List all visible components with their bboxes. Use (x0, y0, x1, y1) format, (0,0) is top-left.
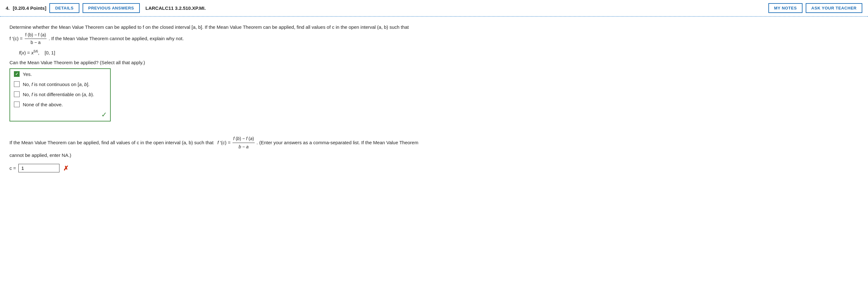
mvt-fraction: f (b) − f (a) b − a (232, 135, 255, 151)
main-fraction-denominator: b − a (30, 39, 41, 46)
checkbox-not-continuous[interactable]: No, f is not continuous on [a, b]. (10, 79, 110, 89)
checkmark-row: ✓ (10, 109, 110, 121)
derivative-label: f ′(c) = (9, 36, 23, 41)
main-fraction: f (b) − f (a) b − a (25, 31, 47, 47)
mvt-trailing-text: . (Enter your answers as a comma-separat… (256, 140, 418, 145)
checkbox-not-differentiable-box[interactable] (14, 91, 20, 97)
points-label: [0.2/0.4 Points] (13, 5, 46, 11)
intro-trailing: . If the Mean Value Theorem cannot be ap… (49, 36, 184, 41)
header-right: MY NOTES ASK YOUR TEACHER (768, 3, 862, 13)
checkbox-none-box[interactable] (14, 101, 20, 107)
question-label: Can the Mean Value Theorem be applied? (… (9, 60, 859, 65)
details-button[interactable]: DETAILS (49, 3, 79, 13)
checkbox-none[interactable]: None of the above. (10, 99, 110, 109)
intro-text: Determine whether the Mean Value Theorem… (9, 24, 409, 30)
previous-answers-button[interactable]: PREVIOUS ANSWERS (83, 3, 140, 13)
green-checkmark-icon: ✓ (101, 111, 107, 119)
checkbox-none-label: None of the above. (23, 102, 63, 107)
checkbox-yes-box[interactable] (14, 71, 20, 77)
mvt-intro-text: If the Mean Value Theorem can be applied… (9, 140, 214, 145)
function-label: f(x) = x5/6, (19, 50, 43, 55)
mvt-fraction-denominator: b − a (238, 143, 249, 151)
checkbox-not-differentiable[interactable]: No, f is not differentiable on (a, b). (10, 89, 110, 99)
checkbox-not-continuous-label: No, f is not continuous on [a, b]. (23, 82, 90, 87)
problem-id: LARCALC11 3.2.510.XP.MI. (146, 5, 206, 11)
content-area: Determine whether the Mean Value Theorem… (0, 17, 868, 182)
my-notes-button[interactable]: MY NOTES (768, 3, 803, 13)
interval-label: [0, 1] (44, 50, 55, 55)
ask-teacher-button[interactable]: ASK YOUR TEACHER (806, 3, 862, 13)
checkbox-not-differentiable-label: No, f is not differentiable on (a, b). (23, 92, 94, 97)
incorrect-icon: ✗ (63, 164, 69, 172)
c-input[interactable] (18, 164, 59, 172)
checkbox-yes[interactable]: Yes. (10, 69, 110, 79)
function-line: f(x) = x5/6, [0, 1] (19, 50, 859, 55)
problem-header: 4. [0.2/0.4 Points] DETAILS PREVIOUS ANS… (0, 0, 868, 17)
mvt-line2-text: cannot be applied, enter NA.) (9, 153, 71, 158)
mvt-fp-label: f ′(c) = (215, 140, 230, 145)
header-left: 4. [0.2/0.4 Points] DETAILS PREVIOUS ANS… (6, 3, 765, 13)
checkbox-group: Yes. No, f is not continuous on [a, b]. … (9, 68, 111, 122)
answer-row: c = ✗ (9, 164, 859, 172)
mvt-section: If the Mean Value Theorem can be applied… (9, 135, 859, 159)
c-label: c = (9, 165, 16, 171)
checkbox-yes-label: Yes. (23, 71, 32, 77)
exponent: 5/6 (34, 50, 38, 53)
mvt-fraction-numerator: f (b) − f (a) (232, 135, 255, 143)
main-fraction-numerator: f (b) − f (a) (25, 31, 47, 39)
problem-intro: Determine whether the Mean Value Theorem… (9, 23, 859, 46)
problem-number: 4. (6, 5, 10, 11)
checkbox-not-continuous-box[interactable] (14, 81, 20, 87)
